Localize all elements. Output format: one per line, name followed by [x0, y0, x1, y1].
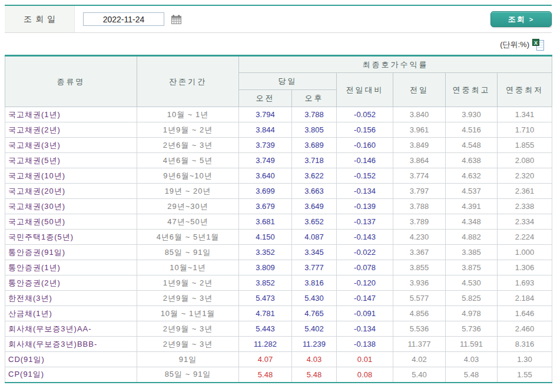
date-label: 조회일 — [5, 6, 75, 32]
cell-name[interactable]: 통안증권(1년) — [5, 260, 137, 275]
cell-prev: 4.856 — [393, 306, 446, 321]
cell-low: 2.224 — [498, 230, 552, 245]
cell-low: 1.55 — [498, 367, 552, 383]
cell-name[interactable]: CD(91일) — [5, 352, 137, 367]
cell-prev: 3.367 — [393, 245, 446, 260]
cell-am: 3.699 — [239, 184, 292, 199]
table-row: 통안증권(2년)1년9월 ~ 2년3.8523.816-0.1203.9364.… — [5, 275, 552, 291]
cell-name[interactable]: 산금채(1년) — [5, 306, 137, 321]
cell-prev: 5.536 — [393, 321, 446, 337]
cell-prev: 3.840 — [393, 107, 446, 122]
cell-pm: 3.663 — [292, 184, 337, 199]
cell-am: 3.640 — [239, 168, 292, 184]
cell-diff: 0.01 — [337, 352, 393, 367]
cell-name[interactable]: 국고채권(2년) — [5, 122, 137, 138]
cell-prev: 5.577 — [393, 291, 446, 306]
table-row: 한전채(3년)2년9월 ~ 3년5.4735.430-0.1475.5775.8… — [5, 291, 552, 306]
cell-high: 4.882 — [446, 230, 498, 245]
cell-pm: 11.239 — [292, 337, 337, 352]
cell-name[interactable]: 국고채권(30년) — [5, 199, 137, 214]
cell-name[interactable]: 국고채권(1년) — [5, 107, 137, 122]
cell-name[interactable]: 한전채(3년) — [5, 291, 137, 306]
cell-name[interactable]: 국고채권(10년) — [5, 168, 137, 184]
table-row: 국고채권(5년)4년6월 ~ 5년3.7493.718-0.1463.8644.… — [5, 153, 552, 168]
cell-pm: 3.345 — [292, 245, 337, 260]
cell-period: 19년 ~ 20년 — [137, 184, 239, 199]
date-input[interactable] — [83, 12, 164, 26]
cell-high: 4.537 — [446, 184, 498, 199]
cell-pm: 3.777 — [292, 260, 337, 275]
cell-high: 4.391 — [446, 199, 498, 214]
cell-high: 11.591 — [446, 337, 498, 352]
excel-download-icon[interactable]: X — [532, 39, 544, 51]
cell-high: 4.548 — [446, 138, 498, 153]
table-row: 국고채권(3년)2년6월 ~ 3년3.7393.689-0.1603.8494.… — [5, 138, 552, 153]
table-row: 통안증권(91일)85일 ~ 91일3.3523.345-0.0223.3673… — [5, 245, 552, 260]
cell-high: 4.632 — [446, 168, 498, 184]
header-year-low: 연중최저 — [498, 73, 552, 107]
cell-name[interactable]: 회사채(무보증3년)AA- — [5, 321, 137, 337]
cell-period: 10월 ~ 1년 — [137, 107, 239, 122]
cell-period: 4년6월 ~ 5년 — [137, 153, 239, 168]
cell-low: 2.320 — [498, 168, 552, 184]
cell-high: 4.530 — [446, 275, 498, 291]
cell-high: 5.48 — [446, 367, 498, 383]
cell-name[interactable]: 국고채권(5년) — [5, 153, 137, 168]
cell-am: 3.794 — [239, 107, 292, 122]
cell-period: 91일 — [137, 352, 239, 367]
cell-diff: -0.152 — [337, 168, 393, 184]
cell-low: 1.710 — [498, 122, 552, 138]
cell-diff: -0.134 — [337, 184, 393, 199]
cell-low: 2.338 — [498, 199, 552, 214]
cell-low: 2.184 — [498, 291, 552, 306]
table-row: 통안증권(1년)10월~1년3.8093.777-0.0783.8553.875… — [5, 260, 552, 275]
cell-name[interactable]: 국고채권(20년) — [5, 184, 137, 199]
cell-pm: 5.48 — [292, 367, 337, 383]
cell-am: 5.48 — [239, 367, 292, 383]
search-button-label: 조회 — [508, 14, 526, 25]
cell-prev: 3.774 — [393, 168, 446, 184]
cell-diff: -0.147 — [337, 291, 393, 306]
cell-am: 3.739 — [239, 138, 292, 153]
cell-prev: 11.377 — [393, 337, 446, 352]
cell-diff: -0.160 — [337, 138, 393, 153]
table-row: 국고채권(50년)47년~50년3.6813.652-0.1373.7894.3… — [5, 214, 552, 230]
cell-high: 3.930 — [446, 107, 498, 122]
cell-period: 2년6월 ~ 3년 — [137, 138, 239, 153]
cell-pm: 3.816 — [292, 275, 337, 291]
cell-pm: 3.689 — [292, 138, 337, 153]
header-pm: 오후 — [292, 90, 337, 107]
cell-diff: -0.138 — [337, 337, 393, 352]
cell-name[interactable]: 회사채(무보증3년)BBB- — [5, 337, 137, 352]
cell-diff: -0.137 — [337, 214, 393, 230]
page: 조회일 조회 > (단위:%) X — [0, 0, 557, 392]
cell-name[interactable]: CP(91일) — [5, 367, 137, 383]
cell-low: 1.30 — [498, 352, 552, 367]
search-form: 조회일 조회 > — [5, 5, 552, 33]
calendar-icon[interactable] — [171, 15, 181, 24]
cell-diff: -0.156 — [337, 122, 393, 138]
cell-high: 4.348 — [446, 214, 498, 230]
cell-am: 3.809 — [239, 260, 292, 275]
cell-name[interactable]: 통안증권(91일) — [5, 245, 137, 260]
cell-name[interactable]: 국민주택1종(5년) — [5, 230, 137, 245]
cell-pm: 3.622 — [292, 168, 337, 184]
cell-am: 3.749 — [239, 153, 292, 168]
cell-name[interactable]: 통안증권(2년) — [5, 275, 137, 291]
cell-period: 2년9월 ~ 3년 — [137, 321, 239, 337]
cell-pm: 4.087 — [292, 230, 337, 245]
header-diff: 전일대비 — [337, 73, 393, 107]
cell-diff: -0.091 — [337, 306, 393, 321]
excel-x-glyph: X — [532, 39, 539, 46]
cell-name[interactable]: 국고채권(50년) — [5, 214, 137, 230]
cell-name[interactable]: 국고채권(3년) — [5, 138, 137, 153]
search-button[interactable]: 조회 > — [490, 11, 552, 27]
cell-period: 2년9월 ~ 3년 — [137, 291, 239, 306]
cell-low: 1.646 — [498, 306, 552, 321]
table-row: 회사채(무보증3년)AA-2년9월 ~ 3년5.4435.402-0.1345.… — [5, 321, 552, 337]
header-type: 종류명 — [5, 56, 137, 107]
header-yield-group: 최종호가수익률 — [239, 56, 552, 73]
header-year-high: 연중최고 — [446, 73, 498, 107]
table-body: 국고채권(1년)10월 ~ 1년3.7943.788-0.0523.8403.9… — [5, 107, 552, 383]
cell-period: 29년~30년 — [137, 199, 239, 214]
